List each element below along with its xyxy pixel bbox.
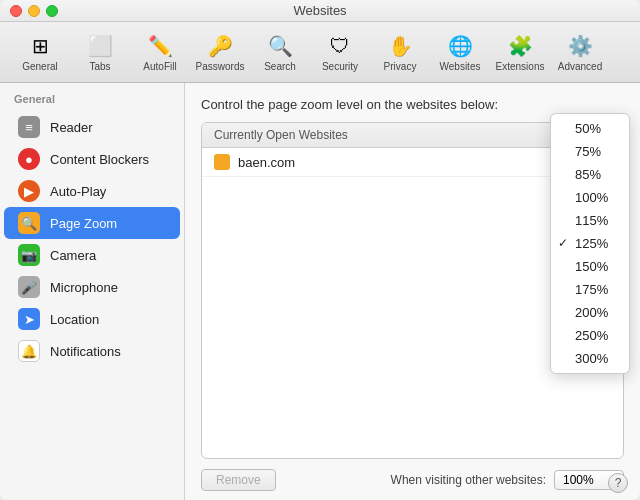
zoom-option-150%[interactable]: 150%: [551, 255, 629, 278]
toolbar-label-extensions: Extensions: [496, 61, 545, 72]
content-area: Control the page zoom level on the websi…: [185, 83, 640, 500]
bottom-bar: Remove When visiting other websites: 100…: [201, 469, 624, 491]
sidebar-item-label-reader: Reader: [50, 120, 93, 135]
zoom-option-85%[interactable]: 85%: [551, 163, 629, 186]
sidebar-item-label-location: Location: [50, 312, 99, 327]
toolbar-label-passwords: Passwords: [196, 61, 245, 72]
maximize-button[interactable]: [46, 5, 58, 17]
toolbar-label-general: General: [22, 61, 58, 72]
other-websites: When visiting other websites: 100%: [391, 470, 624, 490]
microphone-sidebar-icon: 🎤: [18, 276, 40, 298]
search-icon: 🔍: [266, 32, 294, 60]
toolbar-item-websites[interactable]: 🌐Websites: [430, 28, 490, 76]
sidebar-item-label-content-blockers: Content Blockers: [50, 152, 149, 167]
sidebar-item-reader[interactable]: ≡Reader: [4, 111, 180, 143]
sidebar-item-location[interactable]: ➤Location: [4, 303, 180, 335]
toolbar-item-privacy[interactable]: ✋Privacy: [370, 28, 430, 76]
zoom-dropdown: 50%75%85%100%115%125%150%175%200%250%300…: [550, 113, 630, 374]
advanced-icon: ⚙️: [566, 32, 594, 60]
help-button[interactable]: ?: [608, 473, 628, 493]
other-websites-label: When visiting other websites:: [391, 473, 546, 487]
page-zoom-sidebar-icon: 🔍: [18, 212, 40, 234]
sidebar-item-label-notifications: Notifications: [50, 344, 121, 359]
window-title: Websites: [293, 3, 346, 18]
sidebar-item-microphone[interactable]: 🎤Microphone: [4, 271, 180, 303]
toolbar-item-extensions[interactable]: 🧩Extensions: [490, 28, 550, 76]
close-button[interactable]: [10, 5, 22, 17]
zoom-option-115%[interactable]: 115%: [551, 209, 629, 232]
content-description: Control the page zoom level on the websi…: [201, 97, 624, 112]
sidebar-item-page-zoom[interactable]: 🔍Page Zoom: [4, 207, 180, 239]
toolbar-item-autofill[interactable]: ✏️AutoFill: [130, 28, 190, 76]
sidebar-item-label-auto-play: Auto-Play: [50, 184, 106, 199]
remove-button[interactable]: Remove: [201, 469, 276, 491]
toolbar-label-tabs: Tabs: [89, 61, 110, 72]
camera-sidebar-icon: 📷: [18, 244, 40, 266]
sidebar-section-title: General: [0, 93, 184, 111]
zoom-option-125%[interactable]: 125%: [551, 232, 629, 255]
toolbar-label-websites: Websites: [440, 61, 481, 72]
toolbar-item-search[interactable]: 🔍Search: [250, 28, 310, 76]
zoom-option-50%[interactable]: 50%: [551, 117, 629, 140]
auto-play-sidebar-icon: ▶: [18, 180, 40, 202]
main-content: General ≡Reader●Content Blockers▶Auto-Pl…: [0, 83, 640, 500]
toolbar-item-security[interactable]: 🛡Security: [310, 28, 370, 76]
sidebar-item-label-page-zoom: Page Zoom: [50, 216, 117, 231]
autofill-icon: ✏️: [146, 32, 174, 60]
traffic-lights: [10, 5, 58, 17]
zoom-option-75%[interactable]: 75%: [551, 140, 629, 163]
minimize-button[interactable]: [28, 5, 40, 17]
content-blockers-sidebar-icon: ●: [18, 148, 40, 170]
sidebar-item-label-microphone: Microphone: [50, 280, 118, 295]
toolbar-item-advanced[interactable]: ⚙️Advanced: [550, 28, 610, 76]
toolbar: ⊞General⬜Tabs✏️AutoFill🔑Passwords🔍Search…: [0, 22, 640, 83]
site-favicon: [214, 154, 230, 170]
websites-icon: 🌐: [446, 32, 474, 60]
location-sidebar-icon: ➤: [18, 308, 40, 330]
toolbar-label-privacy: Privacy: [384, 61, 417, 72]
zoom-option-250%[interactable]: 250%: [551, 324, 629, 347]
zoom-option-175%[interactable]: 175%: [551, 278, 629, 301]
sidebar-item-auto-play[interactable]: ▶Auto-Play: [4, 175, 180, 207]
toolbar-label-autofill: AutoFill: [143, 61, 176, 72]
toolbar-item-tabs[interactable]: ⬜Tabs: [70, 28, 130, 76]
sidebar-item-notifications[interactable]: 🔔Notifications: [4, 335, 180, 367]
zoom-option-200%[interactable]: 200%: [551, 301, 629, 324]
toolbar-label-search: Search: [264, 61, 296, 72]
zoom-option-300%[interactable]: 300%: [551, 347, 629, 370]
toolbar-item-general[interactable]: ⊞General: [10, 28, 70, 76]
reader-sidebar-icon: ≡: [18, 116, 40, 138]
passwords-icon: 🔑: [206, 32, 234, 60]
sidebar: General ≡Reader●Content Blockers▶Auto-Pl…: [0, 83, 185, 500]
site-name: baen.com: [238, 155, 295, 170]
toolbar-label-advanced: Advanced: [558, 61, 602, 72]
extensions-icon: 🧩: [506, 32, 534, 60]
title-bar: Websites: [0, 0, 640, 22]
security-icon: 🛡: [326, 32, 354, 60]
tabs-icon: ⬜: [86, 32, 114, 60]
notifications-sidebar-icon: 🔔: [18, 340, 40, 362]
general-icon: ⊞: [26, 32, 54, 60]
privacy-icon: ✋: [386, 32, 414, 60]
sidebar-item-content-blockers[interactable]: ●Content Blockers: [4, 143, 180, 175]
toolbar-label-security: Security: [322, 61, 358, 72]
zoom-option-100%[interactable]: 100%: [551, 186, 629, 209]
sidebar-item-label-camera: Camera: [50, 248, 96, 263]
sidebar-item-camera[interactable]: 📷Camera: [4, 239, 180, 271]
toolbar-item-passwords[interactable]: 🔑Passwords: [190, 28, 250, 76]
